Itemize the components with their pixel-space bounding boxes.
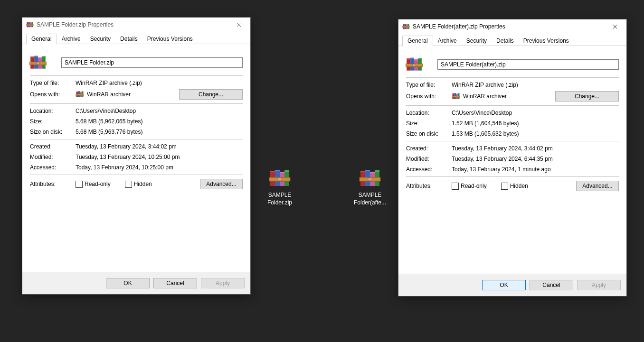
value-size-on-disk: 1.53 MB (1,605,632 bytes) <box>452 130 619 137</box>
readonly-checkbox[interactable] <box>452 183 459 190</box>
readonly-checkbox[interactable] <box>76 181 83 188</box>
tab-previous-versions[interactable]: Previous Versions <box>142 34 198 44</box>
readonly-label: Read-only <box>85 181 111 187</box>
titlebar[interactable]: SAMPLE Folder.zip Properties <box>22 18 250 32</box>
apply-button[interactable]: Apply <box>577 280 621 290</box>
desktop-file-label: SAMPLE Folder.zip <box>261 192 298 206</box>
tab-strip: General Archive Security Details Previou… <box>22 32 250 44</box>
change-button[interactable]: Change... <box>555 91 619 102</box>
close-button[interactable] <box>228 18 249 31</box>
desktop-file-icon-1[interactable]: SAMPLE Folder.zip <box>261 167 298 206</box>
advanced-button[interactable]: Advanced... <box>200 179 243 189</box>
value-modified: Tuesday, 13 February 2024, 10:25:00 pm <box>76 154 243 160</box>
tab-security[interactable]: Security <box>85 34 115 44</box>
value-accessed: Today, 13 February 2024, 1 minute ago <box>452 166 619 173</box>
label-location: Location: <box>30 108 76 114</box>
value-size: 5.68 MB (5,962,065 bytes) <box>76 118 243 125</box>
change-button[interactable]: Change... <box>179 89 243 100</box>
label-accessed: Accessed: <box>30 164 76 171</box>
titlebar[interactable]: SAMPLE Folder(after).zip Properties <box>398 19 626 34</box>
properties-dialog-2: SAMPLE Folder(after).zip Properties Gene… <box>398 19 627 296</box>
winrar-icon <box>402 23 410 30</box>
window-title: SAMPLE Folder(after).zip Properties <box>413 23 604 30</box>
value-size-on-disk: 5.68 MB (5,963,776 bytes) <box>76 129 243 135</box>
tab-strip: General Archive Security Details Previou… <box>398 34 626 46</box>
value-size: 1.52 MB (1,604,546 bytes) <box>452 120 619 127</box>
label-type: Type of file: <box>30 80 76 86</box>
value-location: C:\Users\Vince\Desktop <box>452 110 619 116</box>
label-type: Type of file: <box>406 82 452 88</box>
filename-input[interactable] <box>61 57 243 68</box>
tab-archive[interactable]: Archive <box>57 34 85 44</box>
label-accessed: Accessed: <box>406 166 452 173</box>
value-modified: Tuesday, 13 February 2024, 6:44:35 pm <box>452 156 619 162</box>
value-opens-with: WinRAR archiver <box>463 93 507 100</box>
value-opens-with: WinRAR archiver <box>87 91 131 98</box>
label-size: Size: <box>406 120 452 127</box>
winrar-icon <box>26 21 34 28</box>
value-location: C:\Users\Vince\Desktop <box>76 108 243 114</box>
label-opens-with: Opens with: <box>406 93 452 100</box>
label-created: Created: <box>406 145 452 152</box>
value-type: WinRAR ZIP archive (.zip) <box>76 80 243 86</box>
value-type: WinRAR ZIP archive (.zip) <box>452 82 619 88</box>
tab-security[interactable]: Security <box>462 36 492 46</box>
hidden-checkbox[interactable] <box>125 181 132 188</box>
tab-previous-versions[interactable]: Previous Versions <box>519 36 574 46</box>
readonly-label: Read-only <box>461 183 487 189</box>
label-attributes: Attributes: <box>406 183 452 189</box>
label-attributes: Attributes: <box>30 181 76 187</box>
label-size-on-disk: Size on disk: <box>30 129 76 135</box>
label-modified: Modified: <box>406 156 452 162</box>
close-button[interactable] <box>604 20 625 33</box>
winrar-icon <box>405 55 423 74</box>
cancel-button[interactable]: Cancel <box>530 280 573 290</box>
window-title: SAMPLE Folder.zip Properties <box>37 21 228 28</box>
tab-details[interactable]: Details <box>115 34 142 44</box>
properties-dialog-1: SAMPLE Folder.zip Properties General Arc… <box>22 17 251 295</box>
ok-button[interactable]: OK <box>482 280 526 290</box>
dialog-footer: OK Cancel Apply <box>22 272 250 294</box>
label-opens-with: Opens with: <box>30 91 76 98</box>
label-size-on-disk: Size on disk: <box>406 130 452 137</box>
tab-general[interactable]: General <box>26 34 57 45</box>
apply-button[interactable]: Apply <box>201 278 245 288</box>
hidden-label: Hidden <box>134 181 152 187</box>
winrar-icon <box>29 54 47 72</box>
tab-archive[interactable]: Archive <box>433 36 462 46</box>
label-location: Location: <box>406 110 452 116</box>
label-created: Created: <box>30 143 76 150</box>
label-modified: Modified: <box>30 154 76 160</box>
filename-input[interactable] <box>437 59 619 70</box>
desktop-file-label: SAMPLE Folder(afte... <box>351 192 388 206</box>
advanced-button[interactable]: Advanced... <box>576 181 619 191</box>
desktop-file-icon-2[interactable]: SAMPLE Folder(afte... <box>351 167 388 206</box>
value-created: Tuesday, 13 February 2024, 3:44:02 pm <box>452 145 619 152</box>
ok-button[interactable]: OK <box>106 278 150 288</box>
value-created: Tuesday, 13 February 2024, 3:44:02 pm <box>76 143 243 150</box>
hidden-label: Hidden <box>510 183 528 189</box>
tab-details[interactable]: Details <box>492 36 519 46</box>
winrar-icon <box>452 92 460 101</box>
winrar-icon <box>76 90 84 99</box>
label-size: Size: <box>30 118 76 125</box>
value-accessed: Today, 13 February 2024, 10:25:00 pm <box>76 164 243 171</box>
cancel-button[interactable]: Cancel <box>153 278 197 288</box>
dialog-footer: OK Cancel Apply <box>398 274 626 296</box>
hidden-checkbox[interactable] <box>501 183 508 190</box>
tab-general[interactable]: General <box>402 36 433 46</box>
